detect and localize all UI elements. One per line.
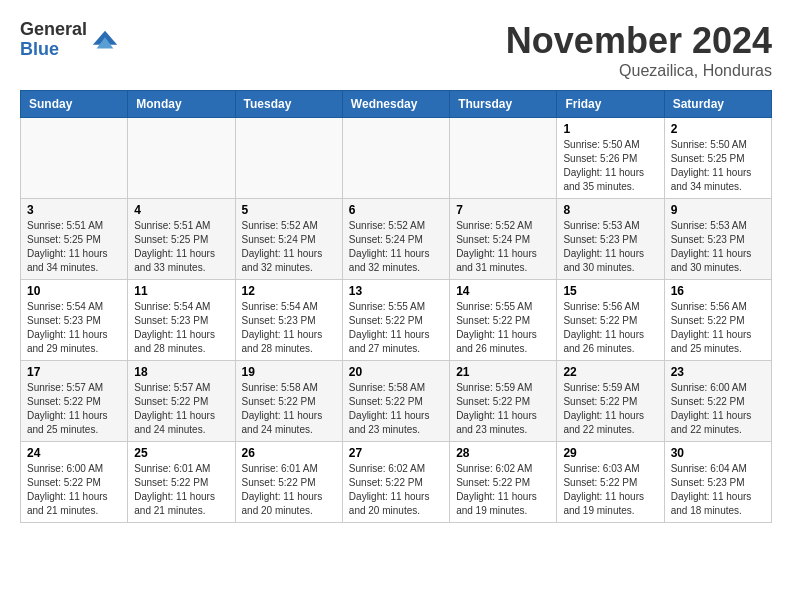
calendar-cell: 24Sunrise: 6:00 AM Sunset: 5:22 PM Dayli…	[21, 442, 128, 523]
day-number: 16	[671, 284, 765, 298]
day-number: 20	[349, 365, 443, 379]
day-info: Sunrise: 5:53 AM Sunset: 5:23 PM Dayligh…	[563, 219, 657, 275]
weekday-header: Thursday	[450, 91, 557, 118]
weekday-header: Friday	[557, 91, 664, 118]
day-info: Sunrise: 5:53 AM Sunset: 5:23 PM Dayligh…	[671, 219, 765, 275]
calendar-cell: 12Sunrise: 5:54 AM Sunset: 5:23 PM Dayli…	[235, 280, 342, 361]
calendar-cell: 30Sunrise: 6:04 AM Sunset: 5:23 PM Dayli…	[664, 442, 771, 523]
day-number: 21	[456, 365, 550, 379]
calendar-cell: 15Sunrise: 5:56 AM Sunset: 5:22 PM Dayli…	[557, 280, 664, 361]
day-info: Sunrise: 5:50 AM Sunset: 5:26 PM Dayligh…	[563, 138, 657, 194]
logo-line1: General	[20, 20, 87, 40]
calendar-cell: 11Sunrise: 5:54 AM Sunset: 5:23 PM Dayli…	[128, 280, 235, 361]
day-number: 1	[563, 122, 657, 136]
day-number: 6	[349, 203, 443, 217]
calendar-week-row: 1Sunrise: 5:50 AM Sunset: 5:26 PM Daylig…	[21, 118, 772, 199]
calendar-cell	[235, 118, 342, 199]
day-number: 9	[671, 203, 765, 217]
calendar-cell: 26Sunrise: 6:01 AM Sunset: 5:22 PM Dayli…	[235, 442, 342, 523]
calendar: SundayMondayTuesdayWednesdayThursdayFrid…	[20, 90, 772, 523]
day-number: 22	[563, 365, 657, 379]
weekday-header: Monday	[128, 91, 235, 118]
calendar-cell: 23Sunrise: 6:00 AM Sunset: 5:22 PM Dayli…	[664, 361, 771, 442]
calendar-cell: 8Sunrise: 5:53 AM Sunset: 5:23 PM Daylig…	[557, 199, 664, 280]
day-info: Sunrise: 5:58 AM Sunset: 5:22 PM Dayligh…	[349, 381, 443, 437]
weekday-header: Sunday	[21, 91, 128, 118]
day-number: 24	[27, 446, 121, 460]
day-number: 23	[671, 365, 765, 379]
calendar-cell: 6Sunrise: 5:52 AM Sunset: 5:24 PM Daylig…	[342, 199, 449, 280]
day-info: Sunrise: 5:56 AM Sunset: 5:22 PM Dayligh…	[563, 300, 657, 356]
day-number: 13	[349, 284, 443, 298]
calendar-cell: 22Sunrise: 5:59 AM Sunset: 5:22 PM Dayli…	[557, 361, 664, 442]
calendar-week-row: 10Sunrise: 5:54 AM Sunset: 5:23 PM Dayli…	[21, 280, 772, 361]
calendar-cell: 5Sunrise: 5:52 AM Sunset: 5:24 PM Daylig…	[235, 199, 342, 280]
day-number: 26	[242, 446, 336, 460]
weekday-header: Tuesday	[235, 91, 342, 118]
day-info: Sunrise: 6:03 AM Sunset: 5:22 PM Dayligh…	[563, 462, 657, 518]
calendar-cell: 27Sunrise: 6:02 AM Sunset: 5:22 PM Dayli…	[342, 442, 449, 523]
calendar-week-row: 24Sunrise: 6:00 AM Sunset: 5:22 PM Dayli…	[21, 442, 772, 523]
day-info: Sunrise: 5:55 AM Sunset: 5:22 PM Dayligh…	[349, 300, 443, 356]
day-info: Sunrise: 6:00 AM Sunset: 5:22 PM Dayligh…	[27, 462, 121, 518]
day-info: Sunrise: 6:02 AM Sunset: 5:22 PM Dayligh…	[349, 462, 443, 518]
day-info: Sunrise: 5:51 AM Sunset: 5:25 PM Dayligh…	[134, 219, 228, 275]
day-info: Sunrise: 5:50 AM Sunset: 5:25 PM Dayligh…	[671, 138, 765, 194]
day-info: Sunrise: 6:02 AM Sunset: 5:22 PM Dayligh…	[456, 462, 550, 518]
day-info: Sunrise: 6:00 AM Sunset: 5:22 PM Dayligh…	[671, 381, 765, 437]
calendar-cell: 7Sunrise: 5:52 AM Sunset: 5:24 PM Daylig…	[450, 199, 557, 280]
calendar-week-row: 17Sunrise: 5:57 AM Sunset: 5:22 PM Dayli…	[21, 361, 772, 442]
day-info: Sunrise: 5:52 AM Sunset: 5:24 PM Dayligh…	[349, 219, 443, 275]
calendar-cell: 20Sunrise: 5:58 AM Sunset: 5:22 PM Dayli…	[342, 361, 449, 442]
day-number: 30	[671, 446, 765, 460]
day-info: Sunrise: 5:54 AM Sunset: 5:23 PM Dayligh…	[134, 300, 228, 356]
day-info: Sunrise: 5:52 AM Sunset: 5:24 PM Dayligh…	[242, 219, 336, 275]
day-number: 7	[456, 203, 550, 217]
day-number: 12	[242, 284, 336, 298]
calendar-cell: 9Sunrise: 5:53 AM Sunset: 5:23 PM Daylig…	[664, 199, 771, 280]
day-info: Sunrise: 5:55 AM Sunset: 5:22 PM Dayligh…	[456, 300, 550, 356]
day-number: 4	[134, 203, 228, 217]
day-info: Sunrise: 6:04 AM Sunset: 5:23 PM Dayligh…	[671, 462, 765, 518]
day-info: Sunrise: 5:59 AM Sunset: 5:22 PM Dayligh…	[456, 381, 550, 437]
calendar-cell: 3Sunrise: 5:51 AM Sunset: 5:25 PM Daylig…	[21, 199, 128, 280]
calendar-cell: 4Sunrise: 5:51 AM Sunset: 5:25 PM Daylig…	[128, 199, 235, 280]
calendar-cell: 10Sunrise: 5:54 AM Sunset: 5:23 PM Dayli…	[21, 280, 128, 361]
day-info: Sunrise: 5:59 AM Sunset: 5:22 PM Dayligh…	[563, 381, 657, 437]
calendar-cell: 1Sunrise: 5:50 AM Sunset: 5:26 PM Daylig…	[557, 118, 664, 199]
calendar-cell	[342, 118, 449, 199]
weekday-header: Wednesday	[342, 91, 449, 118]
day-number: 8	[563, 203, 657, 217]
day-number: 29	[563, 446, 657, 460]
day-info: Sunrise: 5:57 AM Sunset: 5:22 PM Dayligh…	[27, 381, 121, 437]
day-number: 18	[134, 365, 228, 379]
day-number: 14	[456, 284, 550, 298]
calendar-cell: 17Sunrise: 5:57 AM Sunset: 5:22 PM Dayli…	[21, 361, 128, 442]
day-info: Sunrise: 5:52 AM Sunset: 5:24 PM Dayligh…	[456, 219, 550, 275]
day-info: Sunrise: 5:58 AM Sunset: 5:22 PM Dayligh…	[242, 381, 336, 437]
calendar-cell: 14Sunrise: 5:55 AM Sunset: 5:22 PM Dayli…	[450, 280, 557, 361]
calendar-cell: 21Sunrise: 5:59 AM Sunset: 5:22 PM Dayli…	[450, 361, 557, 442]
calendar-cell: 28Sunrise: 6:02 AM Sunset: 5:22 PM Dayli…	[450, 442, 557, 523]
day-info: Sunrise: 6:01 AM Sunset: 5:22 PM Dayligh…	[242, 462, 336, 518]
day-number: 10	[27, 284, 121, 298]
title-section: November 2024 Quezailica, Honduras	[506, 20, 772, 80]
calendar-cell	[450, 118, 557, 199]
calendar-cell: 13Sunrise: 5:55 AM Sunset: 5:22 PM Dayli…	[342, 280, 449, 361]
calendar-cell: 29Sunrise: 6:03 AM Sunset: 5:22 PM Dayli…	[557, 442, 664, 523]
day-number: 3	[27, 203, 121, 217]
logo-icon	[91, 26, 119, 54]
day-number: 28	[456, 446, 550, 460]
logo-text: General Blue	[20, 20, 87, 60]
day-number: 2	[671, 122, 765, 136]
day-number: 15	[563, 284, 657, 298]
logo: General Blue	[20, 20, 119, 60]
location: Quezailica, Honduras	[506, 62, 772, 80]
day-number: 19	[242, 365, 336, 379]
day-info: Sunrise: 5:54 AM Sunset: 5:23 PM Dayligh…	[242, 300, 336, 356]
day-info: Sunrise: 5:56 AM Sunset: 5:22 PM Dayligh…	[671, 300, 765, 356]
weekday-header-row: SundayMondayTuesdayWednesdayThursdayFrid…	[21, 91, 772, 118]
calendar-cell: 25Sunrise: 6:01 AM Sunset: 5:22 PM Dayli…	[128, 442, 235, 523]
calendar-cell	[128, 118, 235, 199]
day-info: Sunrise: 5:57 AM Sunset: 5:22 PM Dayligh…	[134, 381, 228, 437]
